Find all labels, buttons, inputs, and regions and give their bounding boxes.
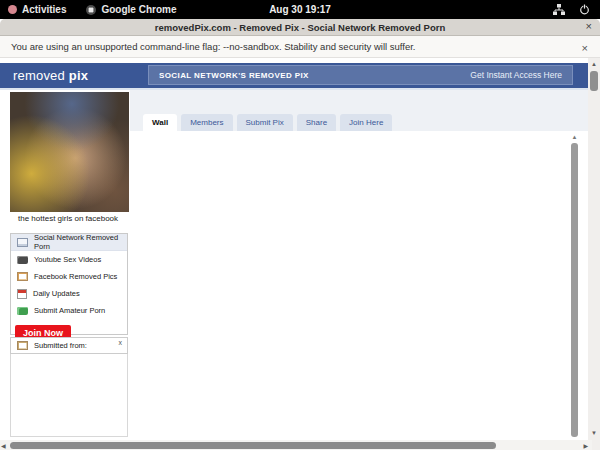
submitted-from-label: Submitted from:	[34, 341, 87, 350]
tab-members[interactable]: Members	[181, 114, 232, 131]
tab-wall[interactable]: Wall	[143, 114, 177, 131]
tab-strip: Wall Members Submit Pix Share Join Here	[130, 90, 588, 131]
scroll-up-icon[interactable]: ▲	[588, 60, 600, 68]
browser-horizontal-scrollbar[interactable]: ◀ ▶	[0, 440, 592, 450]
scrollbar-corner	[592, 440, 600, 450]
video-icon	[17, 256, 28, 264]
sidebar-item-youtube-videos[interactable]: Youtube Sex Videos	[11, 251, 127, 268]
scroll-down-icon[interactable]: ▼	[588, 429, 600, 437]
wall-content-area	[130, 131, 570, 437]
recording-indicator-icon	[8, 5, 17, 14]
scroll-right-icon[interactable]: ▶	[583, 442, 588, 449]
tab-row: Wall Members Submit Pix Share Join Here	[143, 114, 392, 131]
tab-share[interactable]: Share	[297, 114, 336, 131]
camera-icon	[17, 307, 28, 315]
network-icon[interactable]	[553, 4, 565, 15]
app-menu-label: Google Chrome	[101, 4, 176, 15]
frame-scroll-up-icon[interactable]: ▲	[570, 134, 579, 141]
header-inner-bar: SOCIAL NETWORK'S REMOVED PIX Get Instant…	[148, 65, 573, 85]
site-header: removed pix SOCIAL NETWORK'S REMOVED PIX…	[0, 63, 588, 88]
tab-submit-pix[interactable]: Submit Pix	[237, 114, 293, 131]
site-tagline: SOCIAL NETWORK'S REMOVED PIX	[149, 71, 309, 80]
sidebar-item-daily-updates[interactable]: Daily Updates	[11, 285, 127, 302]
tab-join-here[interactable]: Join Here	[340, 114, 392, 131]
frame-vertical-scrollbar[interactable]: ▲	[570, 134, 579, 437]
sidebar-item-label: Daily Updates	[33, 289, 80, 298]
hscroll-thumb[interactable]	[10, 442, 496, 449]
browser-vertical-scrollbar[interactable]: ▲ ▼	[588, 58, 600, 440]
activities-label: Activities	[22, 4, 66, 15]
browser-vscroll-thumb[interactable]	[590, 71, 598, 91]
warning-bar: You are using an unsupported command-lin…	[0, 36, 600, 58]
calendar-icon	[17, 289, 27, 299]
sidebar-item-label: Facebook Removed Pics	[34, 272, 117, 281]
site-logo[interactable]: removed pix	[13, 68, 88, 83]
sidebar-item-removed-pics[interactable]: Facebook Removed Pics	[11, 268, 127, 285]
photo-icon	[17, 272, 28, 281]
app-menu-button[interactable]: Google Chrome	[86, 4, 176, 15]
power-icon[interactable]	[579, 4, 590, 15]
logo-text-bold: pix	[69, 68, 88, 83]
profile-photo-placeholder[interactable]	[10, 92, 129, 212]
desktop-top-bar: Activities Google Chrome Aug 30 19:17	[0, 0, 600, 19]
sidebar-item-label: Social Network Removed Porn	[34, 233, 127, 251]
screen: Activities Google Chrome Aug 30 19:17	[0, 0, 600, 450]
instant-access-link[interactable]: Get Instant Access Here	[470, 70, 572, 80]
window-close-button[interactable]: ×	[586, 20, 592, 32]
window-title-bar[interactable]: removedPix.com - Removed Pix - Social Ne…	[0, 19, 600, 36]
submitted-close-button[interactable]: x	[119, 339, 123, 346]
sidebar-empty-box	[10, 354, 128, 437]
sidebar-item-submit[interactable]: Submit Amateur Porn	[11, 302, 127, 319]
photo-caption: the hottest girls on facebook	[18, 214, 118, 223]
activities-button[interactable]: Activities	[8, 4, 66, 15]
warning-close-button[interactable]: ×	[582, 42, 588, 54]
sidebar-item-removed-porn[interactable]: Social Network Removed Porn	[11, 234, 127, 251]
scroll-left-icon[interactable]: ◀	[1, 442, 6, 449]
submitted-from-box: Submitted from: x	[10, 337, 128, 354]
feed-icon	[17, 238, 28, 247]
sidebar-menu: Social Network Removed Porn Youtube Sex …	[10, 233, 128, 335]
warning-message: You are using an unsupported command-lin…	[11, 41, 416, 52]
frame-vscroll-thumb[interactable]	[571, 143, 578, 437]
photo-frame-icon	[17, 341, 28, 350]
sidebar-item-label: Youtube Sex Videos	[34, 255, 101, 264]
logo-text: removed	[13, 68, 65, 83]
chrome-logo-icon	[86, 5, 96, 15]
sidebar-item-label: Submit Amateur Porn	[34, 306, 105, 315]
window-title: removedPix.com - Removed Pix - Social Ne…	[155, 22, 445, 33]
